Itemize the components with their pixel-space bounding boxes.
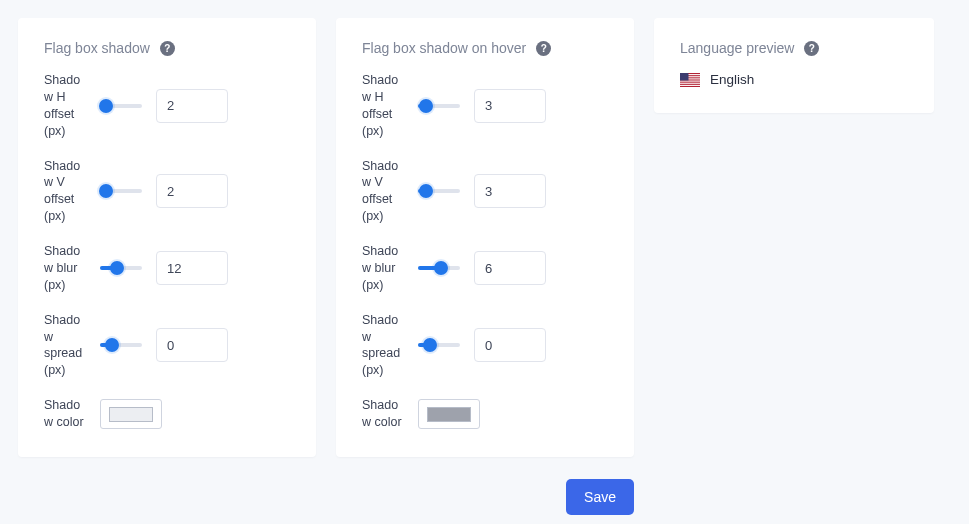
actions-row: Save <box>18 479 634 515</box>
shadow-color-row: Shadow color <box>44 397 290 431</box>
flag-shadow-panel: Flag box shadow ? Shadow H offset (px) S… <box>18 18 316 457</box>
shadow-spread-row: Shadow spread (px) <box>362 312 608 380</box>
shadow-v-row: Shadow V offset (px) <box>362 158 608 226</box>
panel-header: Language preview ? <box>680 40 908 56</box>
shadow-h-input[interactable] <box>156 89 228 123</box>
panel-header: Flag box shadow on hover ? <box>362 40 608 56</box>
shadow-color-picker[interactable] <box>418 399 480 429</box>
panel-title: Flag box shadow <box>44 40 150 56</box>
shadow-blur-label: Shadow blur (px) <box>362 243 404 294</box>
svg-rect-6 <box>680 84 700 85</box>
shadow-blur-row: Shadow blur (px) <box>362 243 608 294</box>
shadow-v-slider[interactable] <box>418 186 460 196</box>
shadow-v-label: Shadow V offset (px) <box>44 158 86 226</box>
flag-us-icon <box>680 73 700 87</box>
shadow-spread-label: Shadow spread (px) <box>44 312 86 380</box>
save-button[interactable]: Save <box>566 479 634 515</box>
shadow-color-picker[interactable] <box>100 399 162 429</box>
panel-title: Language preview <box>680 40 794 56</box>
shadow-spread-slider[interactable] <box>100 340 142 350</box>
shadow-v-row: Shadow V offset (px) <box>44 158 290 226</box>
shadow-color-row: Shadow color <box>362 397 608 431</box>
shadow-h-label: Shadow H offset (px) <box>362 72 404 140</box>
shadow-blur-label: Shadow blur (px) <box>44 243 86 294</box>
shadow-h-input[interactable] <box>474 89 546 123</box>
shadow-color-label: Shadow color <box>44 397 86 431</box>
shadow-v-slider[interactable] <box>100 186 142 196</box>
shadow-h-label: Shadow H offset (px) <box>44 72 86 140</box>
panel-header: Flag box shadow ? <box>44 40 290 56</box>
shadow-spread-slider[interactable] <box>418 340 460 350</box>
shadow-color-label: Shadow color <box>362 397 404 431</box>
shadow-blur-row: Shadow blur (px) <box>44 243 290 294</box>
help-icon[interactable]: ? <box>536 41 551 56</box>
shadow-blur-input[interactable] <box>474 251 546 285</box>
shadow-blur-slider[interactable] <box>418 263 460 273</box>
svg-rect-5 <box>680 82 700 83</box>
shadow-h-row: Shadow H offset (px) <box>362 72 608 140</box>
shadow-blur-input[interactable] <box>156 251 228 285</box>
svg-rect-7 <box>680 73 689 81</box>
svg-rect-4 <box>680 80 700 81</box>
shadow-h-slider[interactable] <box>100 101 142 111</box>
shadow-v-input[interactable] <box>474 174 546 208</box>
shadow-blur-slider[interactable] <box>100 263 142 273</box>
language-item[interactable]: English <box>680 72 908 87</box>
shadow-spread-input[interactable] <box>156 328 228 362</box>
flag-shadow-hover-panel: Flag box shadow on hover ? Shadow H offs… <box>336 18 634 457</box>
language-name: English <box>710 72 754 87</box>
shadow-v-input[interactable] <box>156 174 228 208</box>
panel-title: Flag box shadow on hover <box>362 40 526 56</box>
language-preview-panel: Language preview ? English <box>654 18 934 113</box>
shadow-h-slider[interactable] <box>418 101 460 111</box>
shadow-spread-input[interactable] <box>474 328 546 362</box>
shadow-spread-row: Shadow spread (px) <box>44 312 290 380</box>
help-icon[interactable]: ? <box>804 41 819 56</box>
shadow-spread-label: Shadow spread (px) <box>362 312 404 380</box>
help-icon[interactable]: ? <box>160 41 175 56</box>
shadow-v-label: Shadow V offset (px) <box>362 158 404 226</box>
shadow-h-row: Shadow H offset (px) <box>44 72 290 140</box>
